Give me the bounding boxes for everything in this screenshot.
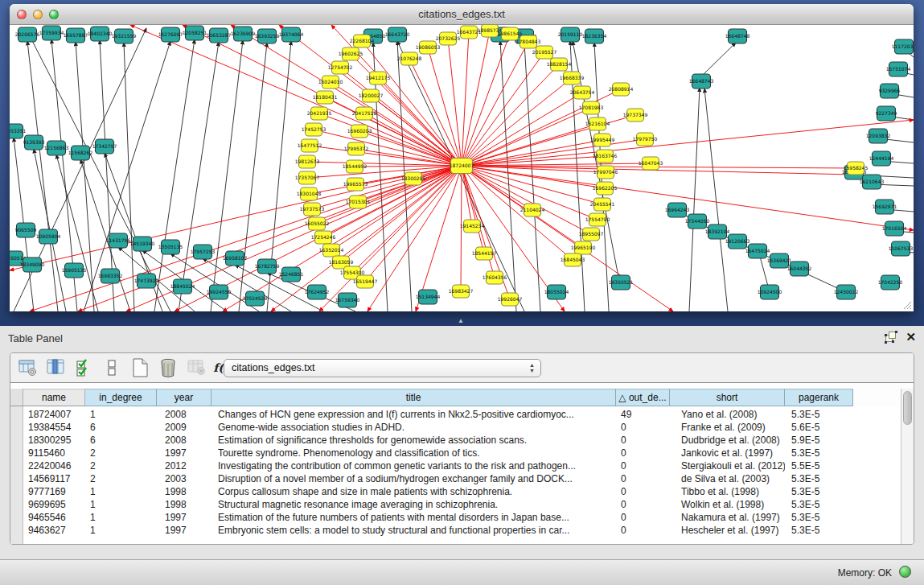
cell-name[interactable]: 19384554 <box>23 421 85 434</box>
cell-name[interactable]: 9465546 <box>23 511 85 524</box>
network-canvas[interactable]: 2020657617359934169578871840234019321559… <box>10 25 914 311</box>
network-node[interactable]: 17042250 <box>878 275 903 290</box>
network-node[interactable]: 17979750 <box>633 133 658 146</box>
scrollbar-thumb[interactable] <box>903 391 912 425</box>
network-node[interactable]: 11067533 <box>889 241 914 256</box>
cell-short[interactable]: Yano et al. (2008) <box>670 408 785 421</box>
cell-title[interactable]: Corpus callosum shape and size in male p… <box>211 485 616 498</box>
network-node[interactable]: 9065509 <box>15 223 37 237</box>
select-all-icon[interactable] <box>73 357 94 378</box>
cell-in_degree[interactable]: 1 <box>85 511 157 524</box>
cell-name[interactable]: 14569117 <box>23 472 85 485</box>
network-node[interactable]: 12754702 <box>328 61 353 74</box>
new-document-icon[interactable] <box>129 357 150 378</box>
cell-pagerank[interactable]: 5.6E-5 <box>785 421 853 434</box>
network-graph[interactable]: 2020657617359934169578871840234019321559… <box>10 25 914 311</box>
cell-title[interactable]: Tourette syndrome. Phenomenology and cla… <box>211 447 616 459</box>
network-node[interactable]: 15134944 <box>416 290 441 304</box>
network-node[interactable]: 18393259 <box>255 29 280 43</box>
cell-out_degree[interactable]: 0 <box>616 459 670 472</box>
cell-title[interactable]: Structural magnetic resonance image aver… <box>211 498 616 511</box>
cell-year[interactable]: 1997 <box>157 511 211 524</box>
cell-year[interactable]: 1997 <box>157 447 211 459</box>
cell-in_degree[interactable]: 2 <box>85 459 157 472</box>
column-header-out_degree[interactable]: △ out_de... <box>616 389 670 406</box>
cell-out_degree[interactable]: 0 <box>616 524 670 537</box>
panel-splitter-handle[interactable]: ▲ <box>458 317 464 324</box>
network-node[interactable]: 16475024 <box>745 244 770 258</box>
window-titlebar[interactable]: citations_edges.txt <box>10 4 914 25</box>
table-vertical-scrollbar[interactable] <box>901 389 914 544</box>
cell-out_degree[interactable]: 49 <box>616 408 670 421</box>
network-node[interactable]: 11172034 <box>892 39 914 54</box>
cell-year[interactable]: 2003 <box>157 472 211 485</box>
network-node[interactable]: 18544952 <box>343 160 368 173</box>
network-node[interactable]: 16962205 <box>593 182 618 195</box>
network-node[interactable]: 16648748 <box>725 29 750 43</box>
network-node[interactable]: 17995372 <box>344 142 369 155</box>
table-row[interactable]: 969969511998Structural magnetic resonanc… <box>23 498 901 511</box>
cell-title[interactable]: Disruption of a novel member of a sodium… <box>211 472 616 485</box>
network-node[interactable]: 19924550 <box>207 285 232 299</box>
network-node[interactable]: 16352014 <box>319 244 344 257</box>
cell-in_degree[interactable]: 2 <box>85 447 157 459</box>
network-node[interactable]: 20643754 <box>570 86 595 99</box>
table-row[interactable]: 1830029562008Estimation of significance … <box>23 434 901 447</box>
cell-name[interactable]: 9463627 <box>23 524 85 537</box>
cell-short[interactable]: Franke et al. (2009) <box>670 421 785 434</box>
network-node[interactable]: 9227349 <box>876 106 897 121</box>
network-node[interactable]: 19350521 <box>609 275 634 290</box>
cell-title[interactable]: Estimation of the future numbers of pati… <box>211 511 616 524</box>
table-row[interactable]: 2242004622012Investigating the contribut… <box>23 459 901 472</box>
network-node[interactable]: 20159110 <box>558 27 583 42</box>
cell-year[interactable]: 2009 <box>157 421 211 434</box>
network-node[interactable]: 16648743 <box>689 74 714 89</box>
network-node[interactable]: 18845024 <box>170 279 195 294</box>
column-header-short[interactable]: short <box>670 389 785 406</box>
cell-out_degree[interactable]: 0 <box>616 498 670 511</box>
network-node[interactable]: 15905135 <box>62 263 87 278</box>
cell-out_degree[interactable]: 0 <box>616 511 670 524</box>
network-node[interactable]: 16216104 <box>585 117 610 130</box>
cell-in_degree[interactable]: 1 <box>85 485 157 498</box>
cell-year[interactable]: 1998 <box>157 485 211 498</box>
network-node[interactable]: 18163746 <box>593 150 618 163</box>
table-row[interactable]: 946554611997Estimation of the future num… <box>23 511 901 524</box>
cell-pagerank[interactable]: 5.3E-5 <box>785 447 853 459</box>
cell-year[interactable]: 2008 <box>157 408 211 421</box>
unselect-all-icon[interactable] <box>101 357 122 378</box>
network-node[interactable]: 16964243 <box>665 203 690 217</box>
network-node[interactable]: 17357067 <box>295 171 320 184</box>
network-node[interactable]: 18349090 <box>20 257 45 272</box>
network-node[interactable]: 12450022 <box>834 285 859 299</box>
network-node[interactable]: 19995449 <box>590 134 615 146</box>
cell-pagerank[interactable]: 5.3E-5 <box>785 408 853 421</box>
cell-in_degree[interactable]: 1 <box>85 524 157 537</box>
network-node[interactable]: 15246851 <box>279 267 304 282</box>
network-node[interactable]: 19412175 <box>366 72 391 84</box>
cell-short[interactable]: Hescheler et al. (1997) <box>670 524 785 537</box>
network-node[interactable]: 20808914 <box>609 83 634 96</box>
network-node[interactable]: 19965573 <box>343 178 368 191</box>
column-header-title[interactable]: title <box>211 389 616 406</box>
canvas-resize-grip-icon[interactable] <box>901 299 912 310</box>
network-node[interactable]: 17359934 <box>39 26 64 40</box>
network-node[interactable]: 11431756 <box>106 233 131 248</box>
cell-out_degree[interactable]: 0 <box>616 421 670 434</box>
cell-short[interactable]: Nakamura et al. (1997) <box>670 511 785 524</box>
network-node[interactable]: 17957253 <box>191 245 216 259</box>
cell-out_degree[interactable]: 0 <box>616 485 670 498</box>
cell-title[interactable]: Embryonic stem cells: a model to study s… <box>211 524 616 537</box>
network-node[interactable]: 19926047 <box>498 293 523 306</box>
network-node[interactable]: 16759340 <box>335 293 360 307</box>
network-node[interactable]: 12093832 <box>866 129 891 143</box>
network-table-selector[interactable]: citations_edges.txt ▲▼ <box>224 359 541 377</box>
network-node[interactable]: 9139393 <box>23 135 45 150</box>
cell-out_degree[interactable]: 0 <box>616 434 670 447</box>
network-node[interactable]: 16957887 <box>64 28 88 43</box>
cell-name[interactable]: 9115460 <box>23 447 85 459</box>
network-node[interactable]: 16960203 <box>347 125 372 138</box>
network-node[interactable]: 14519340 <box>130 237 155 251</box>
network-node[interactable]: 12156863 <box>44 141 69 155</box>
network-node[interactable]: 18301048 <box>297 187 322 200</box>
